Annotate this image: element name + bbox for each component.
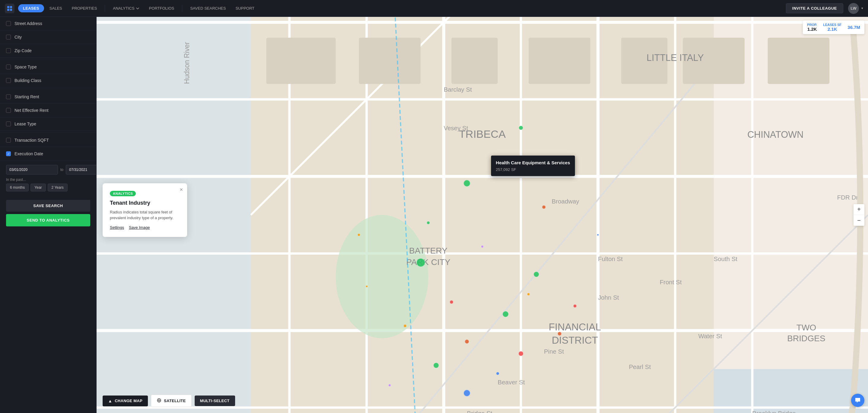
svg-text:DISTRICT: DISTRICT <box>552 335 598 346</box>
stat-sf-value: 36.7M <box>847 25 860 30</box>
filter-net-effective-rent[interactable]: Net Effective Rent <box>0 104 96 117</box>
filter-transaction-sqft[interactable]: Transaction SQFT <box>0 134 96 147</box>
checkbox-execution-date[interactable] <box>6 151 11 156</box>
filter-execution-date[interactable]: Execution Date <box>0 147 96 161</box>
tooltip-value: 257,092 SF <box>496 167 570 172</box>
svg-text:FDR Dr: FDR Dr <box>837 194 858 201</box>
analytics-settings-link[interactable]: Settings <box>110 225 124 230</box>
svg-text:Front St: Front St <box>660 279 682 285</box>
date-row: to <box>6 165 90 175</box>
nav-tab-support[interactable]: SUPPORT <box>231 4 259 12</box>
checkbox-zip-code[interactable] <box>6 48 11 53</box>
svg-text:FINANCIAL: FINANCIAL <box>549 321 601 333</box>
nav-tab-saved-searches[interactable]: SAVED SEARCHES <box>186 4 230 12</box>
nav-tab-sales[interactable]: SALES <box>45 4 66 12</box>
analytics-popup: × ANALYTICS Tenant Industry Radius indic… <box>103 183 187 237</box>
invite-colleague-button[interactable]: INVITE A COLLEAGUE <box>786 3 843 13</box>
quick-btn-2years[interactable]: 2 Years <box>48 183 68 192</box>
filter-starting-rent[interactable]: Starting Rent <box>0 90 96 104</box>
checkbox-building-class[interactable] <box>6 78 11 83</box>
nav-tab-properties[interactable]: PROPERTIES <box>68 4 101 12</box>
svg-text:LITTLE ITALY: LITTLE ITALY <box>647 53 704 63</box>
checkbox-net-effective-rent[interactable] <box>6 108 11 113</box>
change-map-icon: ▲ <box>108 399 112 403</box>
stat-leases-label: LEASES SF <box>823 23 841 27</box>
filter-label-city: City <box>14 35 22 39</box>
svg-text:Broadway: Broadway <box>552 198 580 205</box>
analytics-popup-links: Settings Save Image <box>110 225 180 230</box>
save-search-button[interactable]: SAVE SEARCH <box>6 200 90 212</box>
change-map-button[interactable]: ▲ CHANGE MAP <box>103 395 148 406</box>
checkbox-lease-type[interactable] <box>6 122 11 126</box>
quick-btn-year[interactable]: Year <box>30 183 45 192</box>
svg-text:Brooklyn Bridge: Brooklyn Bridge <box>752 410 796 413</box>
svg-rect-36 <box>768 38 829 84</box>
filter-building-class[interactable]: Building Class <box>0 74 96 88</box>
map-tooltip: Health Care Equipment & Services 257,092… <box>491 156 575 176</box>
filter-label-transaction-sqft: Transaction SQFT <box>14 138 49 143</box>
stat-prop-value: 1.2K <box>807 27 817 32</box>
svg-rect-0 <box>7 6 9 8</box>
svg-rect-33 <box>528 38 590 84</box>
checkbox-street-address[interactable] <box>6 21 11 26</box>
date-to-input[interactable] <box>66 165 97 175</box>
filter-label-execution-date: Execution Date <box>14 151 43 156</box>
stat-sf: 36.7M <box>847 25 860 30</box>
svg-text:BATTERY: BATTERY <box>409 246 447 255</box>
map-controls: ▲ CHANGE MAP SATELLITE MULTI-SELECT <box>103 394 235 407</box>
nav-tab-leases[interactable]: LEASES <box>18 4 44 12</box>
filter-label-space-type: Space Type <box>14 65 37 69</box>
filter-lease-type[interactable]: Lease Type <box>0 117 96 131</box>
divider-1 <box>0 59 96 59</box>
quick-btn-6months[interactable]: 6 months <box>6 183 29 192</box>
filter-city[interactable]: City <box>0 30 96 44</box>
checkbox-space-type[interactable] <box>6 65 11 69</box>
divider-3 <box>0 132 96 132</box>
stat-leases-value: 2.1K <box>828 27 837 32</box>
svg-text:Beaver St: Beaver St <box>498 379 525 385</box>
nav-tab-portfolios[interactable]: PORTFOLIOS <box>145 4 179 12</box>
send-to-analytics-button[interactable]: SEND TO ANALYTICS <box>6 214 90 227</box>
svg-rect-2 <box>7 9 9 11</box>
svg-text:Vesey St: Vesey St <box>444 125 468 131</box>
avatar-chevron-icon[interactable]: ▾ <box>861 6 863 10</box>
checkbox-transaction-sqft[interactable] <box>6 138 11 143</box>
checkbox-starting-rent[interactable] <box>6 94 11 99</box>
checkbox-city[interactable] <box>6 35 11 39</box>
filter-label-building-class: Building Class <box>14 78 41 83</box>
filter-space-type[interactable]: Space Type <box>0 60 96 74</box>
chat-bubble[interactable] <box>851 394 864 407</box>
zoom-out-button[interactable]: − <box>854 215 864 226</box>
popup-close-button[interactable]: × <box>180 187 183 192</box>
multi-select-button[interactable]: MULTI-SELECT <box>195 395 235 406</box>
svg-text:Pearl St: Pearl St <box>629 363 651 370</box>
svg-text:South St: South St <box>714 255 738 262</box>
logo[interactable] <box>5 4 14 13</box>
nav-separator-2 <box>182 5 182 12</box>
filter-zip-code[interactable]: Zip Code <box>0 44 96 58</box>
satellite-button[interactable]: SATELLITE <box>151 394 192 407</box>
topnav: LEASES SALES PROPERTIES ANALYTICS PORTFO… <box>0 0 868 17</box>
filter-street-address[interactable]: Street Address <box>0 17 96 30</box>
nav-separator-1 <box>105 5 105 12</box>
zoom-in-button[interactable]: + <box>854 204 864 215</box>
date-from-input[interactable] <box>6 165 58 175</box>
divider-2 <box>0 89 96 89</box>
svg-point-25 <box>336 215 428 338</box>
svg-text:Fulton St: Fulton St <box>598 255 623 262</box>
filter-label-starting-rent: Starting Rent <box>14 94 39 99</box>
stats-bar: PROP. 1.2K LEASES SF 2.1K 36.7M <box>803 21 864 34</box>
svg-rect-32 <box>452 38 498 84</box>
analytics-badge: ANALYTICS <box>110 191 136 196</box>
date-section: to In the past... 6 months Year 2 Years <box>0 161 96 196</box>
avatar[interactable]: LW <box>848 3 859 14</box>
svg-rect-3 <box>10 9 12 11</box>
zoom-controls: + − <box>854 204 864 226</box>
tooltip-title: Health Care Equipment & Services <box>496 160 570 166</box>
map-background: TRIBECA LITTLE ITALY CHINATOWN BATTERY P… <box>97 17 868 413</box>
analytics-popup-description: Radius indicates total square feet of pr… <box>110 209 180 221</box>
analytics-save-image-link[interactable]: Save Image <box>129 225 150 230</box>
map-svg: TRIBECA LITTLE ITALY CHINATOWN BATTERY P… <box>97 17 868 413</box>
nav-tab-analytics[interactable]: ANALYTICS <box>108 4 143 12</box>
chevron-down-icon <box>136 7 140 10</box>
